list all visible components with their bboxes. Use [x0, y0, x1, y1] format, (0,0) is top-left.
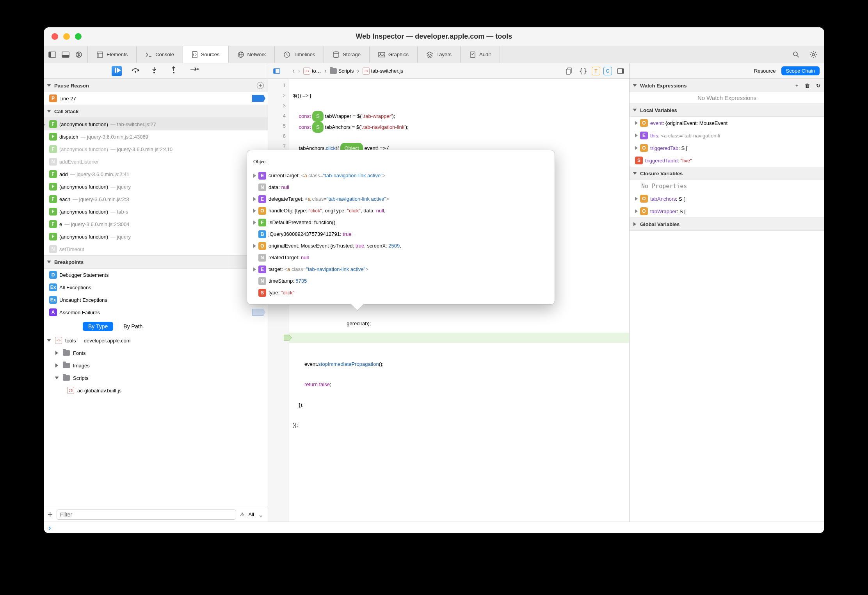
- nav-back-icon[interactable]: ‹: [292, 67, 295, 75]
- chevron-down-icon[interactable]: ⌄: [258, 510, 264, 519]
- variable-row[interactable]: OtriggeredTab: S [: [630, 142, 824, 154]
- local-vars-heading[interactable]: Local Variables: [630, 103, 824, 117]
- variable-row[interactable]: OtabAnchors: S [: [630, 192, 824, 205]
- tab-console[interactable]: Console: [137, 46, 183, 63]
- filter-input[interactable]: [57, 509, 236, 520]
- zoom-window-button[interactable]: [75, 33, 82, 40]
- callstack-frame[interactable]: Fe — jquery-3.6.0.min.js:2:3004: [44, 218, 268, 230]
- svg-rect-45: [622, 69, 624, 73]
- trash-icon[interactable]: 🗑: [805, 83, 810, 89]
- tooltip-property[interactable]: FisDefaultPrevented: function(): [253, 217, 548, 228]
- tooltip-property[interactable]: BjQuery36008924375739412791: true: [253, 228, 548, 240]
- tooltip-property[interactable]: EcurrentTarget: <a class="tab-navigation…: [253, 170, 548, 182]
- breakpoint-row[interactable]: ExUncaught Exceptions: [44, 294, 268, 306]
- tab-bar: Elements Console Sources Network Timelin…: [44, 46, 824, 63]
- tooltip-property[interactable]: NrelatedTarget: null: [253, 252, 548, 264]
- copy-icon[interactable]: [564, 66, 575, 77]
- callstack-frame[interactable]: NaddEventListener: [44, 155, 268, 168]
- nav-forward-icon[interactable]: ›: [298, 67, 300, 75]
- callstack-frame[interactable]: F(anonymous function) — jquery-3.6.0.min…: [44, 143, 268, 155]
- tab-layers[interactable]: Layers: [418, 46, 461, 63]
- global-vars-heading[interactable]: Global Variables: [630, 217, 824, 231]
- step-into-button[interactable]: [151, 66, 161, 76]
- resource-tab[interactable]: Resource: [754, 68, 776, 74]
- filter-all[interactable]: All: [249, 511, 254, 517]
- warning-icon[interactable]: ⚠︎: [240, 511, 245, 517]
- breadcrumb-item[interactable]: JStab-switcher.js: [363, 68, 403, 75]
- tab-graphics[interactable]: Graphics: [370, 46, 418, 63]
- continue-button[interactable]: [112, 66, 122, 76]
- variable-row[interactable]: Ethis: <a class="tab-navigation-li: [630, 129, 824, 142]
- pause-reason-heading[interactable]: Pause Reason+: [44, 79, 268, 92]
- tree-folder-images[interactable]: Images: [44, 359, 268, 372]
- svg-rect-1: [49, 52, 51, 57]
- tooltip-property[interactable]: Ndata: null: [253, 182, 548, 193]
- search-icon[interactable]: [791, 49, 802, 60]
- breakpoints-heading[interactable]: Breakpoints: [44, 255, 268, 269]
- tooltip-property[interactable]: OhandleObj: {type: "click", origType: "c…: [253, 205, 548, 217]
- close-window-button[interactable]: [52, 33, 58, 40]
- by-path-toggle[interactable]: By Path: [118, 322, 148, 331]
- tooltip-property[interactable]: Etarget: <a class="tab-navigation-link a…: [253, 264, 548, 275]
- variable-row[interactable]: Oevent: {originalEvent: MouseEvent: [630, 117, 824, 129]
- step-out-button[interactable]: [170, 66, 180, 76]
- minimize-window-button[interactable]: [63, 33, 70, 40]
- toggle-left-sidebar-icon[interactable]: [271, 66, 282, 77]
- console-prompt[interactable]: ›: [44, 522, 824, 533]
- pause-reason-row[interactable]: P Line 27: [44, 92, 268, 105]
- breakpoint-row[interactable]: DDebugger Statements: [44, 269, 268, 281]
- device-icon[interactable]: [73, 49, 84, 60]
- tab-sources[interactable]: Sources: [183, 46, 229, 63]
- tree-folder-fonts[interactable]: Fonts: [44, 347, 268, 359]
- tab-network[interactable]: Network: [229, 46, 275, 63]
- callstack-frame[interactable]: F(anonymous function) — tab-s: [44, 205, 268, 218]
- tab-elements[interactable]: Elements: [88, 46, 137, 63]
- toggle-right-sidebar-icon[interactable]: [615, 66, 626, 77]
- type-info-toggle[interactable]: T: [592, 67, 600, 75]
- window-title: Web Inspector — developer.apple.com — to…: [44, 32, 824, 41]
- tooltip-title: Object: [253, 156, 548, 167]
- by-type-toggle[interactable]: By Type: [83, 322, 113, 331]
- tree-root[interactable]: <>tools — developer.apple.com: [44, 334, 268, 347]
- tooltip-property[interactable]: NtimeStamp: 5735: [253, 275, 548, 287]
- callstack-frame[interactable]: NsetTimeout: [44, 243, 268, 255]
- coverage-toggle[interactable]: C: [603, 67, 612, 75]
- closure-vars-heading[interactable]: Closure Variables: [630, 167, 824, 180]
- watch-heading[interactable]: Watch Expressions+ 🗑 ↻: [630, 79, 824, 92]
- callstack-frame[interactable]: Fdispatch — jquery-3.6.0.min.js:2:43069: [44, 130, 268, 143]
- callstack-frame[interactable]: F(anonymous function) — jquery: [44, 180, 268, 193]
- svg-point-23: [812, 53, 815, 56]
- callstack-frame[interactable]: ▸F(anonymous function) — tab-switcher.js…: [44, 118, 268, 130]
- tab-audit[interactable]: Audit: [461, 46, 500, 63]
- callstack-frame[interactable]: Fadd — jquery-3.6.0.min.js:2:41: [44, 168, 268, 180]
- scope-chain-tab[interactable]: Scope Chain: [781, 66, 820, 75]
- tooltip-property[interactable]: EdelegateTarget: <a class="tab-navigatio…: [253, 193, 548, 205]
- breadcrumb-item[interactable]: JSto…: [303, 68, 321, 75]
- breakpoint-row[interactable]: AAssertion Failures: [44, 306, 268, 319]
- callstack-frame[interactable]: Feach — jquery-3.6.0.min.js:2:3: [44, 193, 268, 205]
- call-stack-heading[interactable]: Call Stack: [44, 105, 268, 118]
- tooltip-property[interactable]: OoriginalEvent: MouseEvent {isTrusted: t…: [253, 240, 548, 252]
- step-over-button[interactable]: [131, 66, 141, 76]
- variable-row[interactable]: OtabWrapper: S [: [630, 205, 824, 217]
- tree-folder-scripts[interactable]: Scripts: [44, 372, 268, 384]
- add-icon[interactable]: +: [257, 82, 264, 89]
- callstack-frame[interactable]: F(anonymous function) — jquery: [44, 230, 268, 243]
- tab-timelines[interactable]: Timelines: [275, 46, 324, 63]
- variable-row[interactable]: StriggeredTabId: "five": [630, 154, 824, 167]
- svg-line-30: [811, 56, 812, 57]
- refresh-icon[interactable]: ↻: [816, 83, 820, 89]
- tree-file[interactable]: JSac-globalnav.built.js: [44, 384, 268, 397]
- svg-rect-43: [566, 69, 570, 74]
- add-watch-icon[interactable]: +: [795, 83, 799, 89]
- dock-left-icon[interactable]: [47, 49, 58, 60]
- add-button[interactable]: +: [48, 509, 53, 520]
- settings-icon[interactable]: [808, 49, 819, 60]
- step-button[interactable]: [190, 66, 200, 76]
- pretty-print-icon[interactable]: {}: [578, 66, 589, 77]
- dock-bottom-icon[interactable]: [60, 49, 71, 60]
- breadcrumb-item[interactable]: Scripts: [330, 68, 354, 74]
- breakpoint-row[interactable]: ExAll Exceptions: [44, 281, 268, 294]
- tooltip-property[interactable]: Stype: "click": [253, 287, 548, 299]
- tab-storage[interactable]: Storage: [324, 46, 370, 63]
